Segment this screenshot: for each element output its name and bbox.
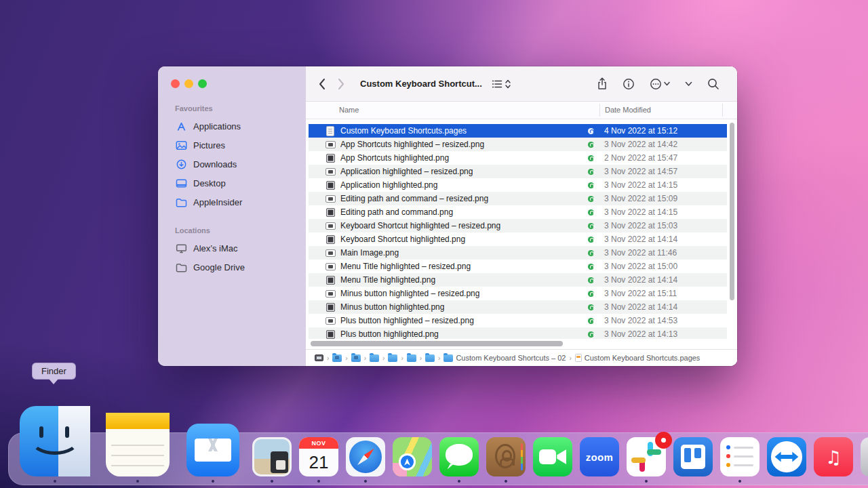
image-wide-icon bbox=[326, 222, 336, 230]
column-divider[interactable] bbox=[599, 104, 600, 117]
sidebar-item-alexs-imac[interactable]: Alex’s iMac bbox=[158, 239, 306, 258]
dock-item-notes[interactable] bbox=[106, 413, 170, 476]
file-row[interactable]: Plus button highlighted.png3 Nov 2022 at… bbox=[309, 327, 727, 339]
dock-item-photos[interactable] bbox=[252, 437, 292, 476]
file-date: 3 Nov 2022 at 14:15 bbox=[604, 207, 677, 217]
file-row[interactable]: Editing path and command – resized.png3 … bbox=[309, 192, 727, 205]
file-name: Editing path and command – resized.png bbox=[340, 194, 488, 203]
file-date: 3 Nov 2022 at 14:14 bbox=[604, 302, 677, 312]
info-icon bbox=[623, 78, 635, 90]
horizontal-scroll-thumb[interactable] bbox=[311, 341, 563, 346]
info-button[interactable] bbox=[623, 78, 635, 90]
search-icon bbox=[707, 78, 719, 90]
dock-item-maps[interactable] bbox=[393, 437, 432, 476]
dock-item-contacts[interactable] bbox=[486, 437, 526, 476]
column-name[interactable]: Name bbox=[339, 106, 359, 114]
icloud-sync-icon bbox=[588, 182, 594, 188]
sidebar-item-appleinsider[interactable]: AppleInsider bbox=[158, 192, 306, 211]
file-row[interactable]: Main Image.png3 Nov 2022 at 11:46 bbox=[309, 246, 727, 260]
file-row[interactable]: Minus button highlighted.png3 Nov 2022 a… bbox=[309, 300, 727, 314]
zoom-button[interactable] bbox=[198, 79, 207, 88]
chevron-right-icon bbox=[337, 78, 345, 90]
running-indicator bbox=[364, 480, 367, 483]
file-row[interactable]: Menu Title highlighted – resized.png3 No… bbox=[309, 260, 727, 273]
music-icon: ♫ bbox=[814, 437, 853, 476]
file-row[interactable]: Custom Keyboard Shortcuts.pages4 Nov 202… bbox=[309, 124, 727, 138]
dock-item-facetime[interactable] bbox=[533, 437, 572, 476]
sidebar-item-desktop[interactable]: Desktop bbox=[158, 174, 306, 192]
path-folder-icon[interactable] bbox=[443, 354, 453, 362]
path-folder-icon[interactable] bbox=[370, 354, 379, 362]
path-crumb-folder[interactable]: Custom Keyboard Shortcuts – 02 bbox=[456, 354, 566, 362]
path-separator: › bbox=[438, 354, 440, 362]
sidebar-item-pictures[interactable]: Pictures bbox=[158, 136, 306, 155]
file-row[interactable]: Application highlighted – resized.png3 N… bbox=[309, 165, 727, 178]
dock-item-calendar[interactable]: NOV 21 bbox=[299, 437, 338, 476]
downloads-icon bbox=[176, 159, 187, 169]
running-indicator bbox=[271, 480, 273, 483]
toolbar-overflow-button[interactable] bbox=[685, 81, 692, 87]
running-indicator bbox=[136, 480, 139, 483]
file-date: 3 Nov 2022 at 15:00 bbox=[604, 262, 677, 271]
path-folder-icon[interactable] bbox=[351, 354, 361, 362]
file-row[interactable]: Keyboard Shortcut highlighted.png3 Nov 2… bbox=[309, 232, 727, 246]
file-row[interactable]: Menu Title highlighted.png3 Nov 2022 at … bbox=[309, 273, 727, 287]
dock-item-partial[interactable] bbox=[861, 437, 868, 476]
forward-button[interactable] bbox=[337, 78, 345, 90]
file-name: Menu Title highlighted.png bbox=[340, 275, 435, 285]
path-folder-icon[interactable] bbox=[388, 354, 397, 362]
finder-tooltip: Finder bbox=[32, 363, 76, 380]
path-separator: › bbox=[401, 354, 403, 362]
dock-item-safari[interactable] bbox=[346, 437, 385, 476]
horizontal-scrollbar[interactable] bbox=[306, 339, 737, 349]
sidebar-item-applications[interactable]: Applications bbox=[158, 117, 306, 136]
photo-thumbnail-icon bbox=[252, 437, 292, 476]
dock-item-trello[interactable] bbox=[673, 437, 713, 476]
minimize-button[interactable] bbox=[184, 79, 193, 88]
column-divider[interactable] bbox=[722, 104, 723, 117]
dock-item-teamviewer[interactable] bbox=[767, 437, 806, 476]
image-wide-icon bbox=[326, 141, 336, 148]
dock-item-messages[interactable] bbox=[439, 437, 479, 476]
view-options-control[interactable] bbox=[492, 79, 511, 89]
image-wide-icon bbox=[326, 290, 336, 298]
icloud-sync-icon bbox=[588, 142, 594, 148]
search-button[interactable] bbox=[707, 78, 719, 90]
sidebar-item-label: Pictures bbox=[193, 140, 225, 150]
file-date: 3 Nov 2022 at 11:46 bbox=[604, 248, 677, 258]
file-row[interactable]: Application highlighted.png3 Nov 2022 at… bbox=[309, 178, 727, 192]
vertical-scroll-thumb[interactable] bbox=[730, 123, 734, 300]
dock-item-reminders[interactable] bbox=[720, 437, 760, 476]
column-date-modified[interactable]: Date Modified bbox=[605, 106, 651, 114]
dock-item-mail[interactable] bbox=[186, 424, 239, 476]
dock-item-finder[interactable] bbox=[20, 406, 90, 476]
path-folder-icon[interactable] bbox=[407, 354, 416, 362]
file-name: Minus button highlighted – resized.png bbox=[340, 289, 479, 298]
file-row[interactable]: Plus button highlighted – resized.png3 N… bbox=[309, 314, 727, 327]
file-list: Custom Keyboard Shortcuts.pages4 Nov 202… bbox=[306, 119, 737, 339]
path-folder-icon[interactable] bbox=[425, 354, 435, 362]
back-button[interactable] bbox=[318, 78, 326, 90]
path-folder-icon[interactable] bbox=[332, 354, 342, 362]
path-crumb-file[interactable]: Custom Keyboard Shortcuts.pages bbox=[585, 354, 701, 362]
more-actions-button[interactable] bbox=[650, 78, 670, 90]
image-square-icon bbox=[326, 330, 335, 339]
pictures-icon bbox=[176, 140, 187, 150]
file-row[interactable]: App Shortcuts highlighted.png2 Nov 2022 … bbox=[309, 151, 727, 165]
sidebar-item-google-drive[interactable]: Google Drive bbox=[158, 258, 306, 277]
chevron-down-icon bbox=[664, 81, 670, 86]
file-row[interactable]: Minus button highlighted – resized.png3 … bbox=[309, 287, 727, 300]
close-button[interactable] bbox=[171, 79, 180, 88]
file-date: 3 Nov 2022 at 14:15 bbox=[604, 180, 677, 190]
file-row[interactable]: Editing path and command.png3 Nov 2022 a… bbox=[309, 205, 727, 219]
file-row[interactable]: Keyboard Shortcut highlighted – resized.… bbox=[309, 219, 727, 232]
file-date: 3 Nov 2022 at 14:14 bbox=[604, 275, 677, 285]
sidebar-item-downloads[interactable]: Downloads bbox=[158, 155, 306, 174]
computer-icon[interactable] bbox=[315, 354, 323, 361]
dock-item-slack[interactable] bbox=[627, 437, 666, 476]
dock-item-music[interactable]: ♫ bbox=[814, 437, 853, 476]
share-button[interactable] bbox=[597, 77, 608, 90]
file-row[interactable]: App Shortcuts highlighted – resized.png3… bbox=[309, 138, 727, 151]
dock-item-zoom[interactable]: zoom bbox=[580, 437, 619, 476]
list-column-header: Name Date Modified bbox=[306, 102, 737, 119]
